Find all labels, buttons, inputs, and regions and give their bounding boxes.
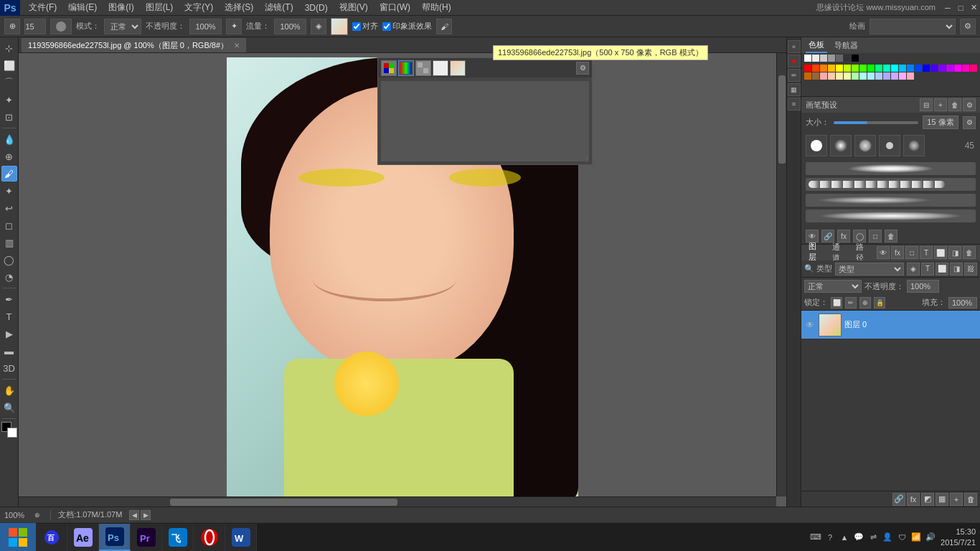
tool-text[interactable]: T	[1, 309, 17, 324]
menu-edit[interactable]: 编辑(E)	[62, 0, 103, 15]
layers-opacity-input[interactable]	[907, 280, 939, 293]
layers-fx-icon[interactable]: fx	[891, 246, 904, 259]
brush-preset-feather[interactable]	[854, 135, 876, 156]
lock-all-btn[interactable]: 🔒	[874, 297, 885, 309]
color-tab-navigator[interactable]: 导航器	[831, 39, 861, 52]
tool-3d[interactable]: 3D	[1, 360, 17, 376]
tool-lasso[interactable]: ⌒	[1, 75, 17, 90]
tray-question[interactable]: ?	[824, 532, 836, 543]
tool-pen[interactable]: ✒	[1, 291, 17, 307]
canvas-scrollbar-v[interactable]	[776, 53, 786, 496]
tray-transfer[interactable]: ⇌	[867, 532, 879, 543]
fg-bg-colors[interactable]	[1, 422, 17, 438]
tool-clone[interactable]: ✦	[1, 183, 17, 199]
align-checkbox[interactable]	[352, 22, 361, 31]
swatch-orangered[interactable]	[812, 65, 819, 72]
tray-security[interactable]: 🛡	[896, 532, 908, 543]
menu-select[interactable]: 选择(S)	[219, 0, 259, 15]
swatch-violet[interactable]	[938, 65, 946, 72]
swatch-lightmint[interactable]	[859, 72, 867, 80]
menu-layer[interactable]: 图层(L)	[140, 0, 179, 15]
tool-options-btn[interactable]: ⊕	[4, 19, 20, 34]
brush-trash-btn2[interactable]: 🗑	[885, 230, 897, 242]
swatch-lightpink2[interactable]	[907, 72, 914, 80]
tool-brush[interactable]: 🖌	[1, 166, 17, 182]
swatch-cyan[interactable]	[891, 65, 898, 72]
menu-text[interactable]: 文字(Y)	[179, 0, 219, 15]
menu-filter[interactable]: 滤镜(T)	[259, 0, 298, 15]
swatch-amber[interactable]	[828, 65, 835, 72]
swatch-lightcyan[interactable]	[867, 72, 875, 80]
brush-size-input[interactable]	[24, 19, 46, 34]
swatch-red[interactable]	[804, 65, 811, 72]
swatch-lightyellow[interactable]	[844, 72, 851, 80]
taskbar-app-opera[interactable]	[194, 524, 225, 551]
brush-preset-hard-round[interactable]	[806, 135, 827, 156]
layers-new-btn[interactable]: +	[950, 493, 963, 506]
swatch-periwinkle[interactable]	[883, 72, 890, 80]
layer-item-0[interactable]: 👁 图层 0	[801, 311, 980, 339]
swatch-purple[interactable]	[946, 65, 953, 72]
panel-resize-handle[interactable]: ⋮	[583, 155, 590, 163]
filter-btn-5[interactable]: ⛓	[964, 263, 977, 276]
swatch-lightgreen[interactable]	[852, 72, 859, 80]
swatch-blue[interactable]	[915, 65, 922, 72]
swatch-peach[interactable]	[828, 72, 835, 80]
draw-options-btn[interactable]: ⚙	[960, 19, 976, 34]
filter-btn-4[interactable]: ◨	[950, 263, 963, 276]
layers-type-select[interactable]: 类型	[835, 263, 904, 276]
layers-group-btn[interactable]: ▦	[936, 493, 948, 506]
layers-adjust-icon[interactable]: ◨	[948, 246, 961, 259]
brush-size-slider[interactable]	[834, 121, 918, 124]
menu-3d[interactable]: 3D(D)	[299, 1, 334, 14]
panel-settings-btn[interactable]: ⚙	[576, 62, 589, 75]
swatch-indigo[interactable]	[930, 65, 938, 72]
brush-preset-soft-round[interactable]	[830, 135, 852, 156]
close-button[interactable]: ✕	[967, 1, 980, 15]
brush-size-settings-btn[interactable]: ⚙	[963, 116, 976, 129]
tool-heal[interactable]: ⊕	[1, 149, 17, 164]
layer-visibility-0[interactable]: 👁	[804, 319, 816, 331]
swatch-lightblue[interactable]	[875, 72, 882, 80]
swatch-magenta[interactable]	[954, 65, 961, 72]
taskbar-time[interactable]: 15:30 2015/7/21	[941, 527, 980, 547]
menu-image[interactable]: 图像(I)	[103, 0, 139, 15]
tray-user[interactable]: 👤	[882, 532, 893, 543]
taskbar-start-btn[interactable]	[0, 523, 36, 552]
effect-settings-btn[interactable]: 🖌	[436, 19, 452, 34]
tool-zoom[interactable]: 🔍	[1, 400, 17, 415]
layers-group-icon[interactable]: ⬜	[934, 246, 947, 259]
brush-panel-add-btn[interactable]: +	[934, 98, 947, 111]
lock-paint-btn[interactable]: ✏	[845, 297, 857, 309]
tray-keyboard[interactable]: ⌨	[810, 532, 821, 543]
layers-fx-btn[interactable]: fx	[907, 493, 920, 506]
panel-thumb-pattern[interactable]	[415, 60, 431, 76]
menu-view[interactable]: 视图(V)	[334, 0, 374, 15]
tray-network[interactable]: 📶	[910, 532, 922, 543]
swatch-hotpink[interactable]	[962, 65, 969, 72]
layers-mask-btn[interactable]: ◩	[921, 493, 934, 506]
rp-tab-color[interactable]: ■	[788, 55, 801, 67]
swatch-orange[interactable]	[820, 65, 827, 72]
brush-preset-soft2[interactable]	[903, 135, 925, 156]
filter-btn-1[interactable]: ◈	[907, 263, 920, 276]
taskbar-app-feixin[interactable]: 飞	[162, 524, 194, 551]
filter-btn-2[interactable]: T	[921, 263, 934, 276]
panel-thumb-face[interactable]	[450, 60, 466, 76]
swatch-lavender[interactable]	[891, 72, 898, 80]
background-color[interactable]	[7, 428, 17, 438]
filter-btn-3[interactable]: ⬜	[936, 263, 948, 276]
swatch-black[interactable]	[852, 55, 859, 62]
swatch-lightgray[interactable]	[812, 55, 819, 62]
swatch-yellow[interactable]	[836, 65, 843, 72]
effect-checkbox[interactable]	[382, 22, 391, 31]
panel-thumb-gradient[interactable]	[398, 60, 414, 76]
swatch-tan[interactable]	[812, 72, 819, 80]
rp-tab-expand[interactable]: «	[788, 40, 801, 53]
rp-tab-adjust[interactable]: ▦	[788, 83, 801, 96]
layers-eye-icon[interactable]: 👁	[877, 246, 890, 259]
swatch-chartreuse[interactable]	[852, 65, 859, 72]
taskbar-app-baidu[interactable]: 百	[36, 524, 67, 551]
menu-help[interactable]: 帮助(H)	[416, 0, 457, 15]
tool-gradient[interactable]: ▥	[1, 235, 17, 250]
